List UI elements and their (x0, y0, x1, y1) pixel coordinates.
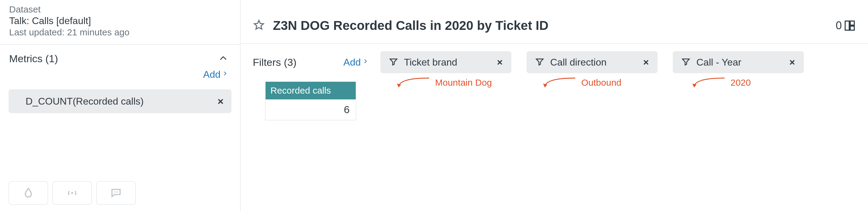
annotation-call-direction: Outbound (542, 75, 622, 89)
result-value: 6 (266, 99, 356, 120)
footer-buttons (8, 181, 136, 205)
filters-title: Filters (3) (253, 56, 297, 68)
svg-point-2 (116, 191, 116, 192)
result-header: Recorded calls (266, 82, 356, 99)
filter-label: Ticket brand (404, 57, 491, 68)
chevron-right-icon (222, 69, 228, 80)
svg-rect-4 (845, 21, 849, 30)
svg-marker-8 (543, 83, 547, 87)
drop-tool-button[interactable] (8, 181, 48, 205)
dataset-block: Dataset Talk: Calls [default] Last updat… (0, 0, 240, 45)
annotation-text: 2020 (731, 75, 751, 88)
star-icon[interactable] (253, 19, 265, 32)
left-panel: Dataset Talk: Calls [default] Last updat… (0, 0, 241, 211)
add-metric-label: Add (203, 69, 220, 80)
add-metric-button[interactable]: Add (203, 69, 228, 80)
layout-count: 0 (836, 19, 842, 32)
remove-filter-icon[interactable]: × (643, 57, 649, 68)
dataset-heading: Dataset (9, 4, 231, 15)
annotation-call-year: 2020 (691, 75, 751, 89)
add-filter-label: Add (344, 57, 361, 68)
dataset-name: Talk: Calls [default] (9, 15, 231, 27)
funnel-icon (389, 57, 398, 68)
svg-point-1 (114, 191, 115, 192)
filter-label: Call direction (550, 57, 637, 68)
remove-metric-icon[interactable]: × (217, 96, 223, 107)
svg-marker-7 (397, 83, 401, 87)
metric-chip-label: D_COUNT(Recorded calls) (26, 96, 144, 107)
svg-rect-5 (850, 21, 854, 25)
funnel-icon (681, 57, 690, 68)
collapse-metrics-icon[interactable] (219, 54, 228, 64)
layout-toggle-button[interactable]: 0 (836, 19, 856, 32)
annotation-row: Mountain Dog Outbound 2020 (380, 75, 804, 93)
svg-point-3 (117, 191, 118, 192)
annotation-text: Outbound (581, 75, 622, 88)
annotation-ticket-brand: Mountain Dog (396, 75, 492, 89)
metrics-title: Metrics (1) (9, 53, 58, 64)
svg-point-0 (71, 192, 73, 194)
add-filter-button[interactable]: Add (344, 57, 368, 68)
filter-chip-ticket-brand[interactable]: Ticket brand × (380, 51, 512, 73)
svg-rect-6 (850, 26, 854, 30)
report-title: Z3N DOG Recorded Calls in 2020 by Ticket… (273, 18, 828, 33)
metric-chip[interactable]: D_COUNT(Recorded calls) × (8, 89, 231, 113)
funnel-icon (535, 57, 544, 68)
svg-marker-9 (692, 83, 696, 87)
remove-filter-icon[interactable]: × (789, 57, 795, 68)
annotation-text: Mountain Dog (435, 75, 492, 88)
filter-label: Call - Year (696, 57, 783, 68)
live-tool-button[interactable] (52, 181, 92, 205)
chevron-right-icon (363, 57, 368, 68)
dataset-updated: Last updated: 21 minutes ago (9, 27, 231, 37)
filter-chip-call-year[interactable]: Call - Year × (673, 51, 804, 73)
filter-chip-call-direction[interactable]: Call direction × (527, 51, 657, 73)
right-panel: Z3N DOG Recorded Calls in 2020 by Ticket… (241, 0, 868, 211)
result-table: Recorded calls 6 (265, 82, 356, 121)
comment-tool-button[interactable] (96, 181, 136, 205)
remove-filter-icon[interactable]: × (497, 57, 503, 68)
